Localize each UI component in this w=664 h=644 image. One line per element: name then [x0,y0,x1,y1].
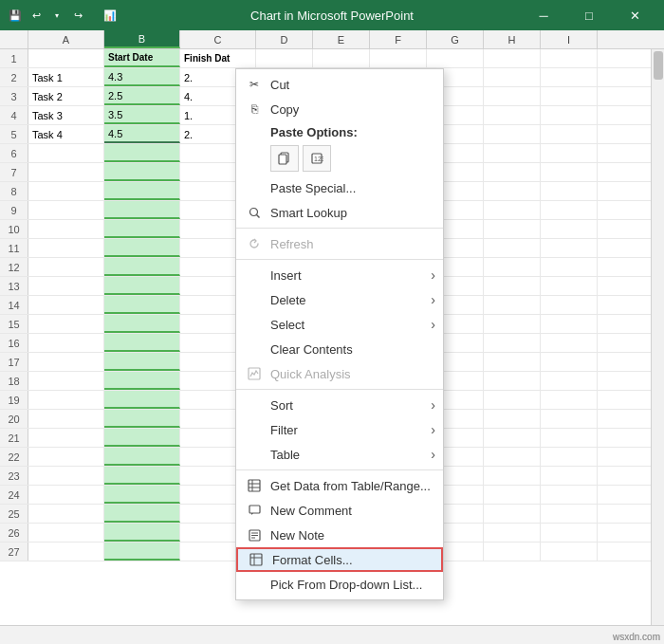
col-header-e[interactable]: E [313,30,370,48]
format-cells-label: Format Cells... [272,553,353,567]
menu-item-table[interactable]: Table [236,442,443,467]
undo-arrow-icon[interactable]: ▾ [49,8,65,23]
col-header-b[interactable]: B [104,30,180,48]
cell-b2[interactable]: 4.3 [104,68,180,86]
col-header-f[interactable]: F [370,30,427,48]
quick-analysis-icon [246,365,263,382]
insert-icon [246,267,263,284]
separator-3 [236,389,443,390]
menu-item-copy[interactable]: ⎘ Copy [236,97,443,121]
cell-i5[interactable] [541,125,598,143]
cell-e1[interactable] [313,49,370,67]
cell-a1[interactable] [28,49,104,67]
svg-rect-1 [279,155,286,164]
svg-rect-11 [249,506,260,513]
svg-line-5 [256,214,259,217]
row-num-2: 2 [0,68,28,86]
menu-item-smart-lookup[interactable]: Smart Lookup [236,200,443,225]
menu-item-get-data[interactable]: Get Data from Table/Range... [236,473,443,498]
table-row: 1 Start Date Finish Dat [0,49,664,68]
cell-f1[interactable] [370,49,427,67]
svg-point-4 [249,208,257,215]
col-header-i[interactable]: I [541,30,598,48]
copy-label: Copy [270,102,299,117]
row-num: 24 [0,486,28,504]
row-num: 6 [0,144,28,162]
menu-item-pick-dropdown[interactable]: Pick From Drop-down List... [236,572,443,597]
row-num: 27 [0,543,28,561]
excel-icon: 📊 [102,8,118,23]
menu-item-quick-analysis: Quick Analysis [236,361,443,386]
cell-i4[interactable] [541,106,598,124]
col-header-a[interactable]: A [28,30,104,48]
menu-item-filter[interactable]: Filter [236,417,443,442]
menu-item-sort[interactable]: Sort [236,393,443,417]
cell-h2[interactable] [484,68,541,86]
redo-icon[interactable]: ↪ [70,8,85,23]
column-headers: A B C D E F G H I [0,30,664,49]
cell-d1[interactable] [256,49,313,67]
cell-a4[interactable]: Task 3 [28,106,104,124]
cell-b5[interactable]: 4.5 [104,125,180,143]
vertical-scrollbar[interactable] [651,49,664,625]
table-label: Table [270,448,300,462]
col-header-c[interactable]: C [180,30,256,48]
cell-c1[interactable]: Finish Dat [180,49,256,67]
menu-item-clear-contents[interactable]: Clear Contents [236,337,443,361]
cell-a5[interactable]: Task 4 [28,125,104,143]
cell-b1[interactable]: Start Date [104,49,180,67]
smart-lookup-label: Smart Lookup [270,206,347,220]
paste-icon-default[interactable] [270,145,299,172]
new-comment-label: New Comment [270,504,352,518]
menu-item-select[interactable]: Select [236,312,443,337]
close-button[interactable]: ✕ [613,0,656,30]
menu-item-new-note[interactable]: New Note [236,523,443,547]
menu-item-new-comment[interactable]: New Comment [236,498,443,523]
title-bar: 💾 ↩ ▾ ↪ 📊 Chart in Microsoft PowerPoint … [0,0,664,30]
cell-i2[interactable] [541,68,598,86]
row-num: 13 [0,277,28,295]
menu-item-format-cells[interactable]: Format Cells... [236,547,443,572]
maximize-button[interactable]: □ [567,0,611,30]
menu-item-paste-special[interactable]: Paste Special... [236,175,443,200]
refresh-label: Refresh [270,237,314,251]
cell-b3[interactable]: 2.5 [104,87,180,105]
cell-i1[interactable] [541,49,598,67]
cell-h5[interactable] [484,125,541,143]
clear-contents-label: Clear Contents [270,342,353,357]
watermark-text: wsxdn.com [613,632,660,642]
undo-icon[interactable]: ↩ [28,8,44,23]
refresh-icon [246,235,263,252]
row-num-1: 1 [0,49,28,67]
cell-a2[interactable]: Task 1 [28,68,104,86]
spreadsheet-area: A B C D E F G H I 1 Start Date Finish Da… [0,30,664,644]
row-num: 12 [0,258,28,276]
filter-icon [246,421,263,438]
col-header-g[interactable]: G [427,30,484,48]
col-header-h[interactable]: H [484,30,541,48]
paste-icon-values[interactable]: 123 [303,145,331,172]
save-icon[interactable]: 💾 [8,8,23,23]
menu-item-delete[interactable]: Delete [236,287,443,312]
col-header-d[interactable]: D [256,30,313,48]
scrollbar-thumb[interactable] [654,51,663,80]
menu-item-cut[interactable]: ✂ Cut [236,72,443,97]
title-bar-left: 💾 ↩ ▾ ↪ 📊 [8,8,118,23]
row-num: 26 [0,524,28,542]
menu-item-insert[interactable]: Insert [236,263,443,287]
cell-i3[interactable] [541,87,598,105]
cell-h1[interactable] [484,49,541,67]
cell-a3[interactable]: Task 2 [28,87,104,105]
table-icon [246,446,263,463]
cell-h3[interactable] [484,87,541,105]
cell-g1[interactable] [427,49,484,67]
row-num: 25 [0,505,28,523]
cut-label: Cut [270,78,289,92]
paste-special-icon [246,179,263,196]
separator-4 [236,469,443,470]
cell-h4[interactable] [484,106,541,124]
svg-rect-16 [250,554,262,565]
row-num: 20 [0,410,28,428]
minimize-button[interactable]: ─ [522,0,565,30]
cell-b4[interactable]: 3.5 [104,106,180,124]
